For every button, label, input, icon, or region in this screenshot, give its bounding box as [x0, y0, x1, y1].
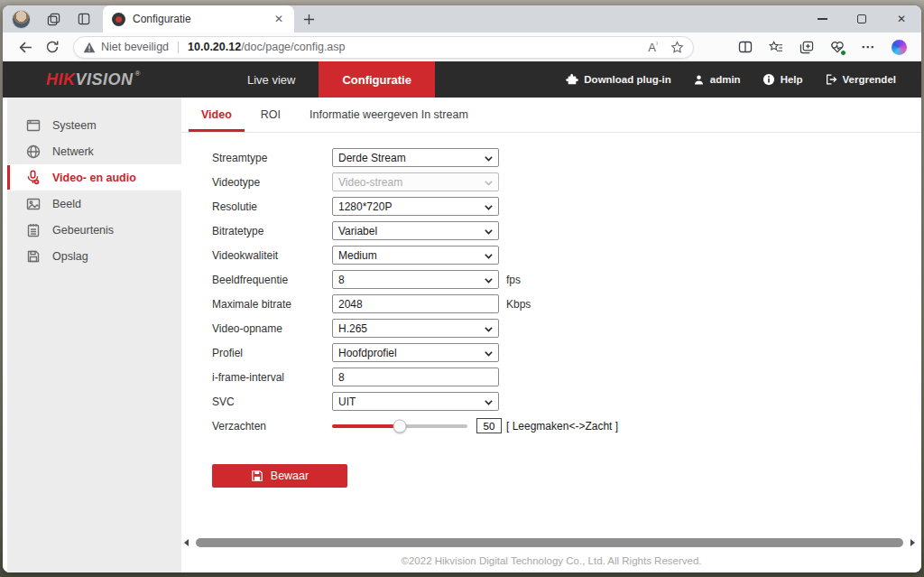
chevron-down-icon — [484, 349, 494, 358]
logo-vision: VISION — [76, 70, 134, 89]
download-plugin-button[interactable]: Download plug-in — [566, 73, 670, 86]
address-bar[interactable]: Niet beveiligd 10.0.20.12/doc/page/confi… — [73, 36, 694, 59]
back-icon[interactable] — [12, 34, 39, 60]
slider-thumb[interactable] — [393, 419, 407, 433]
profile-avatar[interactable] — [12, 10, 31, 29]
sidebar-item-systeem[interactable]: Systeem — [7, 112, 181, 138]
sidebar-item-gebeurtenis[interactable]: Gebeurtenis — [7, 217, 181, 243]
sidebar-item-video-en-audio[interactable]: Video- en audio — [7, 164, 181, 191]
browser-tab[interactable]: Configuratie ✕ — [103, 5, 294, 33]
video-opname-label: Video-opname — [212, 322, 332, 335]
maximize-button[interactable] — [842, 5, 882, 33]
copilot-icon[interactable] — [885, 34, 912, 60]
logout-icon — [825, 73, 837, 86]
nav-configuratie[interactable]: Configuratie — [319, 61, 435, 98]
i-frame-interval-label: i-frame-interval — [212, 371, 332, 384]
minimize-button[interactable] — [802, 5, 842, 33]
logo-registered-mark: ® — [135, 70, 141, 78]
desktop-wallpaper: Configuratie ✕ ✕ Niet beveiligd — [0, 0, 924, 577]
tab-title: Configuratie — [133, 13, 271, 25]
workspaces-icon[interactable] — [42, 8, 65, 30]
split-screen-icon[interactable] — [732, 34, 759, 60]
admin-user-button[interactable]: admin — [693, 74, 741, 86]
save-label: Bewaar — [271, 470, 309, 482]
beeldfrequentie-select[interactable]: 8 — [332, 270, 499, 289]
horizontal-scrollbar[interactable] — [184, 537, 915, 548]
maximale-bitrate-input[interactable] — [332, 294, 499, 313]
browser-essentials-icon[interactable] — [824, 34, 851, 60]
image-icon — [25, 196, 41, 211]
favorites-bar-icon[interactable] — [762, 34, 790, 60]
admin-label: admin — [710, 74, 741, 85]
tab-informatie-weergeven-in-stream[interactable]: Informatie weergeven In stream — [297, 98, 481, 132]
collections-icon[interactable] — [793, 34, 820, 60]
download-plugin-label: Download plug-in — [584, 74, 670, 85]
tab-video[interactable]: Video — [189, 98, 245, 132]
save-floppy-icon — [251, 470, 263, 482]
sidebar-item-netwerk[interactable]: Netwerk — [7, 138, 181, 164]
more-menu-icon[interactable]: ⋯ — [855, 34, 882, 60]
help-label: Help — [781, 74, 803, 85]
profiel-select[interactable]: Hoofdprofiel — [332, 343, 499, 362]
svc-select[interactable]: UIT — [332, 392, 499, 411]
streamtype-select[interactable]: Derde Stream — [332, 148, 499, 167]
read-aloud-icon[interactable]: A⁾ — [648, 41, 658, 54]
save-button[interactable]: Bewaar — [212, 464, 347, 488]
profiel-label: Profiel — [212, 347, 332, 359]
essentials-status-dot — [840, 50, 846, 56]
url-host: 10.0.20.12 — [188, 41, 241, 53]
page-tabs: Video ROI Informatie weergeven In stream — [181, 98, 921, 133]
system-icon — [25, 117, 41, 133]
chevron-down-icon — [484, 251, 494, 261]
address-divider — [178, 42, 179, 53]
video-opname-select[interactable]: H.265 — [332, 319, 499, 338]
sidebar: Systeem Netwerk Video- en audio Beeld — [7, 98, 181, 572]
tab-roi[interactable]: ROI — [248, 98, 293, 132]
slider-track[interactable] — [332, 424, 467, 428]
sidebar-label: Opslag — [52, 250, 88, 263]
help-button[interactable]: Help — [762, 73, 803, 86]
videokwaliteit-select[interactable]: Medium — [332, 246, 499, 265]
event-notepad-icon — [25, 222, 41, 237]
sidebar-label: Netwerk — [52, 145, 94, 158]
videotype-label: Videotype — [212, 176, 332, 189]
tab-close-icon[interactable]: ✕ — [271, 11, 287, 27]
refresh-icon[interactable] — [39, 34, 66, 60]
scrollbar-track[interactable] — [193, 538, 906, 547]
sidebar-label: Video- en audio — [52, 172, 136, 184]
verzachten-slider[interactable] — [332, 416, 467, 435]
header-utilities: Download plug-in admin Help Vergrendel — [566, 61, 921, 98]
sidebar-label: Gebeurtenis — [52, 224, 114, 237]
toolbar-right-icons: ⋯ — [732, 34, 912, 60]
sidebar-item-beeld[interactable]: Beeld — [7, 191, 181, 217]
sidebar-item-opslag[interactable]: Opslag — [7, 243, 181, 269]
tab-actions-icon[interactable] — [72, 8, 96, 30]
window-controls: ✕ — [802, 5, 921, 33]
puzzle-icon — [566, 73, 578, 86]
video-settings-form: Streamtype Derde Stream Videotype Video-… — [181, 133, 921, 435]
chevron-down-icon — [484, 227, 494, 237]
sidebar-label: Systeem — [52, 119, 97, 132]
svc-value: UIT — [338, 396, 356, 408]
scroll-right-icon[interactable] — [910, 539, 915, 546]
chevron-down-icon — [484, 397, 494, 407]
bitratetype-label: Bitratetype — [212, 225, 332, 237]
verzachten-value-input[interactable] — [476, 418, 502, 433]
bitratetype-select[interactable]: Variabel — [332, 221, 499, 240]
lock-logout-button[interactable]: Vergrendel — [825, 73, 896, 86]
storage-disk-icon — [25, 248, 41, 264]
streamtype-label: Streamtype — [212, 152, 332, 164]
resolutie-label: Resolutie — [212, 200, 332, 213]
resolutie-select[interactable]: 1280*720P — [332, 197, 499, 216]
close-button[interactable]: ✕ — [882, 5, 921, 33]
i-frame-interval-input[interactable] — [332, 368, 499, 386]
user-icon — [693, 74, 705, 86]
scrollbar-thumb[interactable] — [196, 538, 903, 547]
favorite-star-icon[interactable] — [670, 41, 684, 54]
profiel-value: Hoofdprofiel — [338, 347, 397, 359]
new-tab-button[interactable] — [303, 14, 315, 25]
videokwaliteit-label: Videokwaliteit — [212, 249, 332, 262]
nav-live-view[interactable]: Live view — [224, 61, 319, 98]
chevron-down-icon — [484, 154, 494, 163]
scroll-left-icon[interactable] — [184, 539, 189, 546]
